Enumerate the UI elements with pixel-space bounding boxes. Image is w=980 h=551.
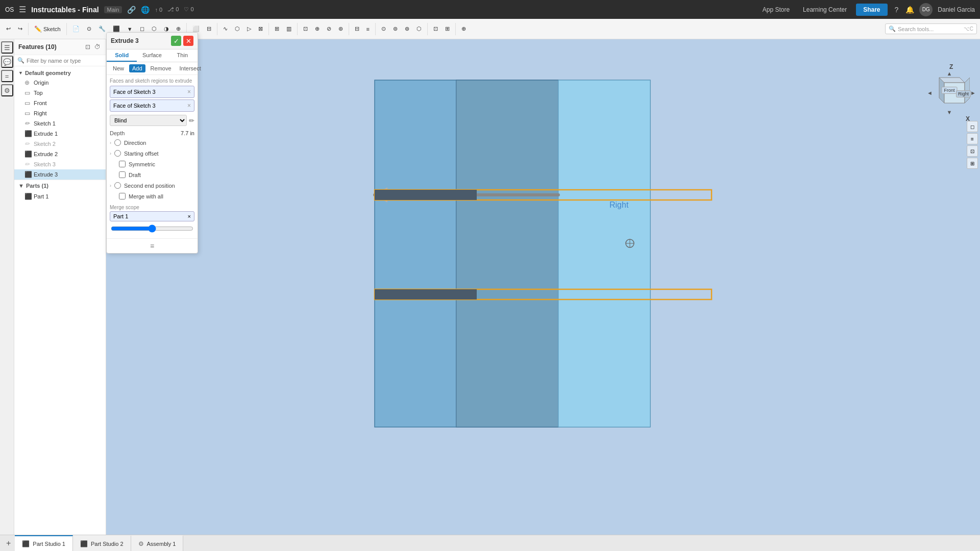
direction-radio[interactable] — [114, 139, 121, 146]
feature-item-origin[interactable]: ⊕ Origin — [14, 78, 106, 88]
sketch-button[interactable]: ✏️ Sketch — [31, 23, 64, 35]
second-end-radio[interactable] — [114, 182, 121, 189]
orient-face-right[interactable]: Right — [956, 90, 971, 97]
feature-item-top[interactable]: ▭ Top — [14, 88, 106, 98]
tool-28[interactable]: ⊡ — [430, 23, 441, 34]
end-condition-edit-icon[interactable]: ✏ — [189, 117, 194, 124]
direction-option[interactable]: › Direction — [110, 137, 194, 148]
face-selector-2[interactable]: Face of Sketch 3 × — [110, 99, 194, 112]
user-notification-icon[interactable]: 🔔 — [905, 6, 914, 14]
tool-2[interactable]: ⊙ — [84, 23, 94, 34]
tool-11[interactable]: ⊟ — [204, 23, 214, 34]
help-button[interactable]: ? — [893, 4, 901, 16]
parts-header[interactable]: ▼ Parts (1) — [14, 180, 106, 191]
symmetric-option[interactable]: Symmetric — [110, 159, 194, 169]
feature-item-sketch2[interactable]: ✏ Sketch 2 — [14, 139, 106, 149]
tool-22[interactable]: ⊟ — [352, 23, 362, 34]
link-icon[interactable]: 🔗 — [127, 6, 136, 14]
draft-checkbox[interactable] — [119, 171, 126, 178]
view-panel-2[interactable]: ⊡ — [967, 145, 978, 157]
face-selector-2-remove[interactable]: × — [187, 102, 191, 109]
sidebar-notifications-icon[interactable]: ⚙ — [1, 84, 13, 96]
tool-27[interactable]: ⬡ — [413, 23, 425, 34]
sidebar-comments-icon[interactable]: 💬 — [1, 56, 13, 68]
feature-item-right[interactable]: ▭ Right — [14, 108, 106, 118]
face-selector-1-remove[interactable]: × — [187, 88, 191, 95]
tab-assembly-1[interactable]: ⚙ Assembly 1 — [131, 535, 184, 551]
feature-panel-history-icon[interactable]: ⏱ — [93, 42, 102, 52]
tool-15[interactable]: ⊠ — [255, 23, 266, 34]
tab-part-studio-1[interactable]: ⬛ Part Studio 1 — [15, 535, 73, 551]
tool-1[interactable]: 📄 — [69, 23, 83, 34]
orient-arrow-right[interactable]: ► — [970, 90, 976, 96]
sidebar-variables-icon[interactable]: = — [1, 70, 13, 82]
default-geometry-header[interactable]: ▼ Default geometry — [14, 68, 106, 78]
extrude-cancel-button[interactable]: ✕ — [183, 36, 193, 46]
tool-16[interactable]: ⊞ — [272, 23, 282, 34]
extrude-confirm-button[interactable]: ✓ — [171, 36, 181, 46]
subtab-new[interactable]: New — [110, 64, 127, 72]
tool-20[interactable]: ⊘ — [324, 23, 334, 34]
learning-center-button[interactable]: Learning Center — [799, 4, 851, 15]
feature-item-part1[interactable]: ⬛ Part 1 — [14, 191, 106, 202]
second-end-option[interactable]: › Second end position — [110, 180, 194, 191]
tool-25[interactable]: ⊚ — [390, 23, 401, 34]
user-avatar[interactable]: DG — [919, 3, 933, 16]
formula-button[interactable]: ≡ — [147, 241, 157, 251]
tool-13[interactable]: ⬡ — [232, 23, 243, 34]
tab-surface[interactable]: Surface — [137, 49, 167, 62]
viewport[interactable]: Right Z ▲ ▼ ◄ ► — [106, 39, 980, 535]
tool-23[interactable]: ≡ — [363, 24, 373, 34]
tab-thin[interactable]: Thin — [167, 49, 198, 62]
feature-panel-filter-icon[interactable]: ⊡ — [84, 42, 91, 52]
symmetric-checkbox[interactable] — [119, 161, 126, 167]
subtab-intersect[interactable]: Intersect — [177, 64, 204, 72]
view-panel-1[interactable]: ≡ — [967, 133, 978, 144]
subtab-remove[interactable]: Remove — [148, 64, 175, 72]
depth-slider-row[interactable] — [110, 221, 194, 235]
tab-part-studio-2[interactable]: ⬛ Part Studio 2 — [73, 535, 131, 551]
draft-option[interactable]: Draft — [110, 169, 194, 180]
starting-offset-radio[interactable] — [114, 150, 121, 157]
tab-solid[interactable]: Solid — [107, 49, 137, 62]
merge-all-checkbox[interactable] — [119, 193, 126, 199]
tool-18[interactable]: ⊡ — [300, 23, 311, 34]
tool-14[interactable]: ▷ — [244, 23, 254, 34]
app-store-button[interactable]: App Store — [758, 4, 794, 15]
share-button[interactable]: Share — [856, 4, 887, 16]
doc-branch-badge[interactable]: Main — [104, 6, 122, 13]
feature-item-sketch3[interactable]: ✏ Sketch 3 — [14, 159, 106, 169]
starting-offset-option[interactable]: › Starting offset — [110, 148, 194, 159]
undo-button[interactable]: ↩ — [3, 23, 14, 34]
tool-24[interactable]: ⊙ — [378, 23, 389, 34]
merge-scope-value-row[interactable]: Part 1 × — [110, 211, 194, 221]
merge-all-option[interactable]: Merge with all — [110, 191, 194, 202]
tool-30[interactable]: ⊕ — [458, 23, 469, 34]
view-style-button[interactable]: ◻ — [967, 121, 978, 132]
search-tools[interactable]: 🔍 Search tools... ⌥C — [885, 23, 977, 34]
redo-button[interactable]: ↪ — [15, 23, 26, 34]
end-condition-select[interactable]: Blind Through All Up to Face Up to Part — [110, 115, 187, 126]
onshape-logo[interactable]: OS — [5, 6, 14, 13]
tool-29[interactable]: ⊞ — [442, 23, 453, 34]
tool-12[interactable]: ∿ — [220, 23, 231, 34]
hamburger-menu[interactable]: ☰ — [19, 5, 26, 14]
face-selector-1[interactable]: Face of Sketch 3 × — [110, 86, 194, 98]
feature-item-front[interactable]: ▭ Front — [14, 98, 106, 108]
tool-21[interactable]: ⊛ — [335, 23, 346, 34]
feature-item-sketch1[interactable]: ✏ Sketch 1 — [14, 118, 106, 129]
globe-icon[interactable]: 🌐 — [141, 6, 150, 14]
orient-face-front[interactable]: Front — [941, 87, 957, 94]
feature-item-extrude2[interactable]: ⬛ Extrude 2 — [14, 149, 106, 159]
feature-item-extrude3[interactable]: ⬛ Extrude 3 — [14, 169, 106, 180]
view-panel-3[interactable]: ⊞ — [967, 158, 978, 169]
tool-17[interactable]: ▥ — [283, 23, 295, 34]
sidebar-features-icon[interactable]: ☰ — [1, 41, 13, 54]
merge-scope-remove[interactable]: × — [188, 213, 191, 219]
tool-26[interactable]: ⊛ — [402, 23, 412, 34]
tool-19[interactable]: ⊕ — [312, 23, 323, 34]
feature-search-input[interactable] — [27, 58, 103, 64]
depth-slider[interactable] — [111, 224, 193, 233]
subtab-add[interactable]: Add — [129, 64, 145, 72]
feature-item-extrude1[interactable]: ⬛ Extrude 1 — [14, 129, 106, 139]
